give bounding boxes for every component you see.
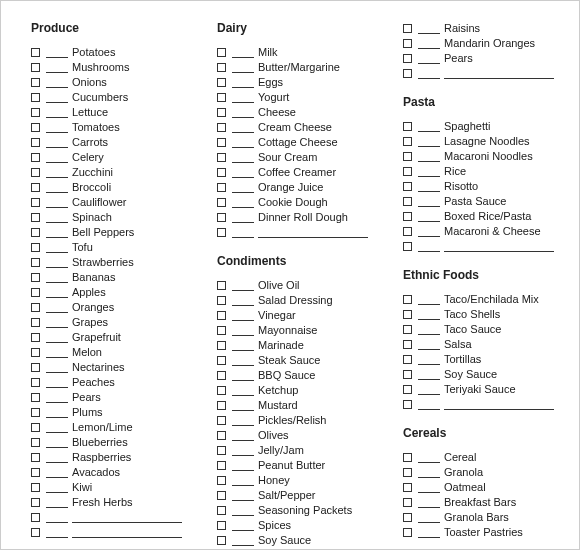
quantity-field[interactable] xyxy=(232,506,254,516)
checkbox[interactable] xyxy=(217,386,226,395)
checkbox[interactable] xyxy=(217,78,226,87)
checkbox[interactable] xyxy=(217,183,226,192)
checkbox[interactable] xyxy=(217,491,226,500)
checkbox[interactable] xyxy=(403,310,412,319)
checkbox[interactable] xyxy=(31,123,40,132)
checkbox[interactable] xyxy=(31,318,40,327)
checkbox[interactable] xyxy=(403,197,412,206)
quantity-field[interactable] xyxy=(46,528,68,538)
checkbox[interactable] xyxy=(217,153,226,162)
checkbox[interactable] xyxy=(217,123,226,132)
write-in-line[interactable] xyxy=(444,400,554,410)
quantity-field[interactable] xyxy=(418,513,440,523)
checkbox[interactable] xyxy=(31,78,40,87)
quantity-field[interactable] xyxy=(418,468,440,478)
checkbox[interactable] xyxy=(217,108,226,117)
quantity-field[interactable] xyxy=(418,227,440,237)
quantity-field[interactable] xyxy=(46,123,68,133)
quantity-field[interactable] xyxy=(418,242,440,252)
checkbox[interactable] xyxy=(217,63,226,72)
checkbox[interactable] xyxy=(31,438,40,447)
checkbox[interactable] xyxy=(217,138,226,147)
checkbox[interactable] xyxy=(31,63,40,72)
quantity-field[interactable] xyxy=(232,326,254,336)
checkbox[interactable] xyxy=(403,483,412,492)
quantity-field[interactable] xyxy=(46,198,68,208)
checkbox[interactable] xyxy=(31,183,40,192)
checkbox[interactable] xyxy=(31,108,40,117)
quantity-field[interactable] xyxy=(232,93,254,103)
checkbox[interactable] xyxy=(217,461,226,470)
quantity-field[interactable] xyxy=(46,438,68,448)
checkbox[interactable] xyxy=(217,536,226,545)
quantity-field[interactable] xyxy=(46,318,68,328)
checkbox[interactable] xyxy=(217,371,226,380)
quantity-field[interactable] xyxy=(418,340,440,350)
checkbox[interactable] xyxy=(217,416,226,425)
quantity-field[interactable] xyxy=(232,446,254,456)
checkbox[interactable] xyxy=(31,513,40,522)
quantity-field[interactable] xyxy=(46,273,68,283)
quantity-field[interactable] xyxy=(418,385,440,395)
checkbox[interactable] xyxy=(403,227,412,236)
quantity-field[interactable] xyxy=(232,341,254,351)
checkbox[interactable] xyxy=(31,273,40,282)
write-in-line[interactable] xyxy=(72,513,182,523)
quantity-field[interactable] xyxy=(46,453,68,463)
quantity-field[interactable] xyxy=(46,63,68,73)
write-in-line[interactable] xyxy=(444,242,554,252)
quantity-field[interactable] xyxy=(232,416,254,426)
checkbox[interactable] xyxy=(217,431,226,440)
quantity-field[interactable] xyxy=(418,528,440,538)
quantity-field[interactable] xyxy=(418,453,440,463)
checkbox[interactable] xyxy=(403,212,412,221)
checkbox[interactable] xyxy=(31,408,40,417)
quantity-field[interactable] xyxy=(46,258,68,268)
quantity-field[interactable] xyxy=(232,183,254,193)
quantity-field[interactable] xyxy=(418,54,440,64)
checkbox[interactable] xyxy=(31,333,40,342)
checkbox[interactable] xyxy=(403,370,412,379)
checkbox[interactable] xyxy=(217,506,226,515)
checkbox[interactable] xyxy=(31,393,40,402)
checkbox[interactable] xyxy=(217,476,226,485)
checkbox[interactable] xyxy=(31,363,40,372)
checkbox[interactable] xyxy=(403,24,412,33)
checkbox[interactable] xyxy=(217,401,226,410)
quantity-field[interactable] xyxy=(46,138,68,148)
checkbox[interactable] xyxy=(217,213,226,222)
quantity-field[interactable] xyxy=(46,378,68,388)
quantity-field[interactable] xyxy=(418,137,440,147)
quantity-field[interactable] xyxy=(232,521,254,531)
checkbox[interactable] xyxy=(31,453,40,462)
quantity-field[interactable] xyxy=(232,108,254,118)
checkbox[interactable] xyxy=(31,93,40,102)
quantity-field[interactable] xyxy=(232,123,254,133)
checkbox[interactable] xyxy=(31,153,40,162)
checkbox[interactable] xyxy=(217,521,226,530)
checkbox[interactable] xyxy=(31,288,40,297)
checkbox[interactable] xyxy=(403,152,412,161)
quantity-field[interactable] xyxy=(418,295,440,305)
quantity-field[interactable] xyxy=(418,370,440,380)
quantity-field[interactable] xyxy=(232,198,254,208)
quantity-field[interactable] xyxy=(46,423,68,433)
checkbox[interactable] xyxy=(31,528,40,537)
quantity-field[interactable] xyxy=(418,24,440,34)
quantity-field[interactable] xyxy=(232,228,254,238)
quantity-field[interactable] xyxy=(418,325,440,335)
quantity-field[interactable] xyxy=(232,536,254,546)
checkbox[interactable] xyxy=(403,295,412,304)
checkbox[interactable] xyxy=(217,228,226,237)
checkbox[interactable] xyxy=(31,48,40,57)
quantity-field[interactable] xyxy=(232,386,254,396)
checkbox[interactable] xyxy=(403,122,412,131)
checkbox[interactable] xyxy=(403,453,412,462)
quantity-field[interactable] xyxy=(232,168,254,178)
quantity-field[interactable] xyxy=(418,310,440,320)
checkbox[interactable] xyxy=(403,400,412,409)
quantity-field[interactable] xyxy=(418,167,440,177)
quantity-field[interactable] xyxy=(46,243,68,253)
checkbox[interactable] xyxy=(403,167,412,176)
checkbox[interactable] xyxy=(31,303,40,312)
